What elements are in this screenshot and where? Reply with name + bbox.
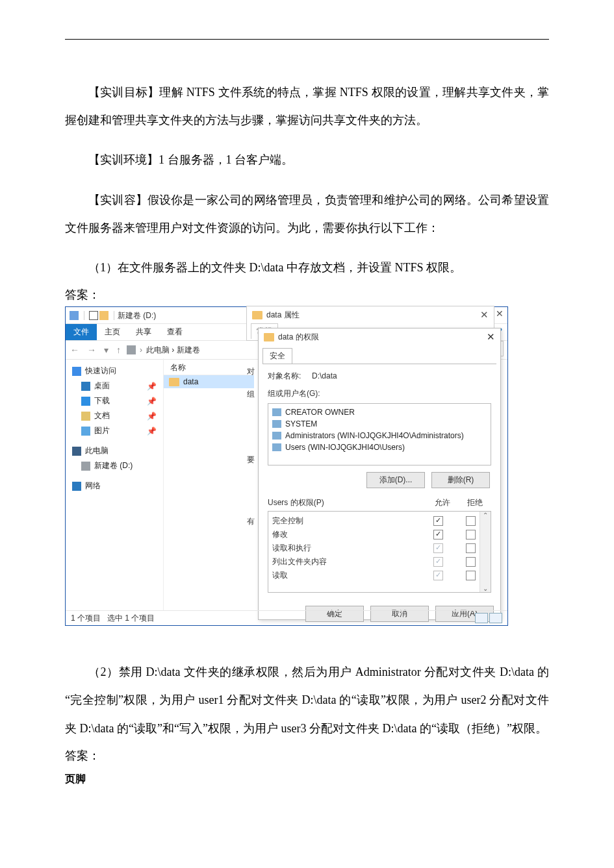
table-row: 列出文件夹内容 — [272, 555, 487, 569]
desktop-icon — [81, 382, 90, 391]
tab-home[interactable]: 主页 — [97, 324, 128, 340]
pin-icon: 📌 — [147, 412, 157, 421]
paragraph-task: 【实训容】假设你是一家公司的网络管理员，负责管理和维护公司的网络。公司希望设置文… — [65, 186, 549, 242]
download-icon — [81, 397, 90, 406]
sidebar-item-network[interactable]: 网络 — [70, 478, 159, 493]
nav-dropdown-icon[interactable]: ▾ — [102, 345, 110, 355]
object-name-value: D:\data — [312, 371, 337, 380]
object-name-label: 对象名称: — [268, 371, 301, 380]
disk-icon — [81, 462, 90, 471]
column-allow: 允许 — [426, 497, 459, 508]
pin-icon: 📌 — [147, 397, 157, 406]
permission-name: 修改 — [272, 529, 422, 540]
table-row: 修改 — [272, 528, 487, 541]
paragraph-step2: （2）禁用 D:\data 文件夹的继承权限，然后为用户 Administrat… — [65, 658, 549, 743]
list-item: SYSTEM — [272, 418, 487, 430]
sidebar-item-desktop[interactable]: 桌面📌 — [70, 378, 159, 393]
permission-name: 完全控制 — [272, 515, 422, 527]
deny-checkbox[interactable] — [466, 530, 476, 539]
table-row: 读取和执行 — [272, 541, 487, 555]
list-item-data[interactable]: data — [164, 375, 254, 388]
sidebar-item-documents[interactable]: 文档📌 — [70, 408, 159, 423]
explorer-title: 新建卷 (D:) — [118, 310, 156, 321]
qat-folder-icon — [99, 311, 109, 320]
document-icon — [81, 412, 90, 421]
pictures-icon — [81, 427, 90, 436]
list-item: Users (WIN-IOJQGKJHI4O\Users) — [272, 441, 487, 453]
folder-icon — [169, 378, 179, 386]
drive-icon — [70, 311, 79, 320]
add-button[interactable]: 添加(D)... — [366, 472, 425, 488]
status-selection: 选中 1 个项目 — [107, 614, 155, 623]
user-icon — [272, 408, 281, 416]
drive-icon — [127, 345, 136, 354]
divider — [114, 311, 114, 320]
user-icon — [272, 432, 281, 440]
close-icon[interactable]: ✕ — [487, 331, 495, 343]
list-item: CREATOR OWNER — [272, 406, 487, 418]
sidebar-item-downloads[interactable]: 下载📌 — [70, 393, 159, 408]
network-icon — [72, 482, 81, 491]
answer-label-1: 答案： — [65, 287, 549, 303]
quick-access[interactable]: 快速访问 — [70, 364, 159, 378]
pin-icon: 📌 — [147, 427, 157, 436]
allow-checkbox[interactable] — [433, 557, 443, 567]
breadcrumb-path[interactable]: 此电脑 › 新建卷 — [146, 345, 200, 356]
allow-checkbox[interactable] — [433, 516, 443, 526]
permissions-title: data 的权限 — [278, 332, 319, 343]
folder-icon — [252, 311, 262, 319]
sidebar-item-drive[interactable]: 新建卷 (D:) — [70, 458, 159, 473]
page-footer: 页脚 — [65, 773, 549, 786]
behind-labels: 对组要有 — [247, 366, 255, 527]
group-label: 组或用户名(G): — [268, 388, 491, 399]
user-icon — [272, 443, 281, 451]
sidebar-item-pictures[interactable]: 图片📌 — [70, 423, 159, 438]
header-rule — [65, 39, 549, 40]
deny-checkbox[interactable] — [466, 543, 476, 553]
deny-checkbox[interactable] — [466, 571, 476, 580]
pin-icon: 📌 — [147, 382, 157, 391]
column-header-name[interactable]: 名称 — [164, 361, 254, 375]
deny-checkbox[interactable] — [466, 516, 476, 526]
folder-icon — [264, 333, 274, 341]
permission-name: 读取和执行 — [272, 543, 422, 554]
allow-checkbox[interactable] — [433, 571, 443, 580]
allow-checkbox[interactable] — [433, 543, 443, 553]
paragraph-goal: 【实训目标】理解 NTFS 文件系统的特点，掌握 NTFS 权限的设置，理解共享… — [65, 79, 549, 134]
file-list: 名称 data — [163, 358, 254, 611]
qat-checkbox-icon — [89, 311, 98, 320]
close-icon[interactable]: ✕ — [496, 308, 504, 319]
permission-name: 读取 — [272, 570, 422, 581]
table-row: 完全控制 — [272, 514, 487, 528]
pc-icon — [72, 447, 81, 456]
properties-title: data 属性 — [266, 310, 300, 321]
list-item: Administrators (WIN-IOJQGKJHI4O\Administ… — [272, 430, 487, 441]
deny-checkbox[interactable] — [466, 557, 476, 567]
view-large-icon[interactable] — [489, 613, 502, 623]
tab-share[interactable]: 共享 — [128, 324, 159, 340]
nav-up-icon[interactable]: ↑ — [114, 345, 123, 355]
scrollbar[interactable]: ⌃⌄ — [480, 512, 491, 592]
tab-view[interactable]: 查看 — [159, 324, 190, 340]
user-list[interactable]: CREATOR OWNER SYSTEM Administrators (WIN… — [268, 403, 491, 465]
status-bar: 1 个项目 选中 1 个项目 — [66, 610, 507, 625]
paragraph-step1: （1）在文件服务器上的文件夹 D:\data 中存放文档，并设置 NTFS 权限… — [65, 254, 549, 282]
remove-button[interactable]: 删除(R) — [431, 472, 490, 488]
user-icon — [272, 420, 281, 428]
nav-forward-icon[interactable]: → — [85, 345, 98, 355]
tab-file[interactable]: 文件 — [66, 324, 97, 340]
tab-security[interactable]: 安全 — [262, 348, 292, 364]
permission-name: 列出文件夹内容 — [272, 556, 422, 567]
sidebar-item-thispc[interactable]: 此电脑 — [70, 443, 159, 458]
status-count: 1 个项目 — [71, 614, 101, 623]
view-details-icon[interactable] — [475, 613, 488, 623]
permissions-dialog: 对组要有 data 的权限 ✕ 安全 对象名称: D:\data 组或用户名(G… — [258, 328, 501, 620]
close-icon[interactable]: ✕ — [480, 309, 489, 321]
nav-back-icon[interactable]: ← — [68, 345, 81, 355]
column-deny: 拒绝 — [459, 497, 491, 508]
paragraph-env: 【实训环境】1 台服务器，1 台客户端。 — [65, 146, 549, 174]
nav-pane: 快速访问 桌面📌 下载📌 文档📌 图片📌 此电脑 新建卷 (D:) 网络 — [66, 358, 163, 611]
answer-label-2: 答案： — [65, 748, 549, 763]
allow-checkbox[interactable] — [433, 530, 443, 539]
star-icon — [72, 367, 81, 376]
